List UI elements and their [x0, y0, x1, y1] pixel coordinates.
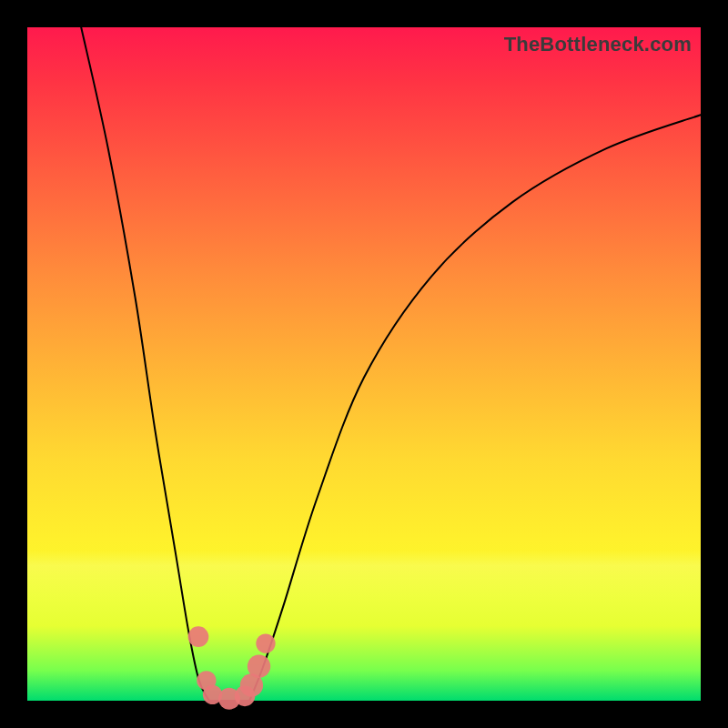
data-point [248, 655, 270, 678]
data-markers [188, 626, 276, 709]
data-point [256, 633, 275, 652]
bottleneck-curve [81, 27, 701, 701]
plot-area: TheBottleneck.com [27, 27, 701, 701]
data-point [188, 626, 209, 647]
curve-segment [249, 115, 701, 701]
attribution-watermark: TheBottleneck.com [504, 33, 692, 56]
curve-layer [27, 27, 701, 701]
curve-segment [81, 27, 209, 701]
